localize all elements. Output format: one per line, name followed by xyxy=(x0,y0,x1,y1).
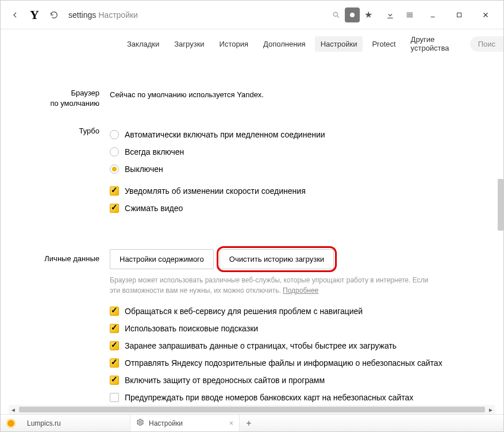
new-tab-button[interactable]: + xyxy=(240,415,258,431)
radio-label: Всегда включен xyxy=(125,147,184,156)
bookmark-star-icon[interactable]: ★ xyxy=(361,7,376,22)
nav-other-devices[interactable]: Другие устройства xyxy=(405,32,467,56)
check-label: Отправлять Яндексу подозрительные файлы … xyxy=(125,358,443,368)
radio-icon xyxy=(110,165,119,174)
section-turbo: Турбо Автоматически включать при медленн… xyxy=(1,117,498,225)
address-prefix: settings xyxy=(68,10,96,20)
section-label: по умолчанию xyxy=(1,98,99,109)
tab-title: Lumpics.ru xyxy=(27,419,124,427)
svg-point-0 xyxy=(333,12,337,16)
window-minimize-button[interactable] xyxy=(420,5,446,25)
turbo-check-compress-video[interactable]: Сжимать видео xyxy=(110,200,498,217)
radio-label: Выключен xyxy=(125,165,163,174)
personal-check-cards[interactable]: Предупреждать при вводе номеров банковск… xyxy=(110,389,498,404)
section-personal-data: Личные данные Настройки содержимого Очис… xyxy=(1,225,498,404)
checkbox-icon xyxy=(110,324,119,333)
checkbox-icon xyxy=(110,376,119,385)
browser-tab-lumpics[interactable]: Lumpics.ru xyxy=(21,415,130,431)
check-label: Уведомлять об изменении скорости соедине… xyxy=(125,186,306,196)
check-label: Предупреждать при вводе номеров банковск… xyxy=(125,393,413,402)
personal-check-prefetch[interactable]: Заранее запрашивать данные о страницах, … xyxy=(110,337,498,354)
vertical-scrollbar[interactable] xyxy=(498,58,503,404)
horizontal-scrollbar[interactable]: ◄ ► xyxy=(9,405,495,414)
window-close-button[interactable] xyxy=(472,5,499,25)
section-label: Браузер xyxy=(1,88,99,98)
svg-point-3 xyxy=(139,421,141,423)
personal-check-protect[interactable]: Включить защиту от вредоносных сайтов и … xyxy=(110,372,498,389)
nav-downloads[interactable]: Загрузки xyxy=(168,36,210,52)
gear-icon xyxy=(136,418,144,428)
nav-history[interactable]: История xyxy=(214,36,254,52)
section-default-browser: Браузер по умолчанию Сейчас по умолчанию… xyxy=(1,58,498,117)
personal-hint: Браузер может использовать различные веб… xyxy=(110,275,432,296)
hscroll-left-arrow-icon[interactable]: ◄ xyxy=(9,405,18,414)
window-maximize-button[interactable] xyxy=(446,5,472,25)
svg-rect-2 xyxy=(457,13,461,17)
back-button[interactable] xyxy=(5,5,25,25)
hscroll-thumb[interactable] xyxy=(19,407,485,412)
address-text: Настройки xyxy=(98,10,138,20)
nav-addons[interactable]: Дополнения xyxy=(257,36,311,52)
browser-tab-bar: Lumpics.ru Настройки × + xyxy=(1,414,503,431)
turbo-radio-off[interactable]: Выключен xyxy=(110,160,498,178)
vscroll-thumb[interactable] xyxy=(498,179,503,231)
downloads-button[interactable] xyxy=(380,5,400,25)
hint-text: Браузер может использовать различные веб… xyxy=(110,276,428,295)
radio-icon xyxy=(110,147,119,156)
check-label: Сжимать видео xyxy=(125,204,183,213)
check-label: Обращаться к веб-сервису для решения про… xyxy=(125,307,363,316)
check-label: Заранее запрашивать данные о страницах, … xyxy=(125,341,397,350)
settings-content: Браузер по умолчанию Сейчас по умолчанию… xyxy=(1,58,498,404)
tab-tray-button[interactable] xyxy=(1,415,21,431)
turbo-radio-always[interactable]: Всегда включен xyxy=(110,143,498,160)
menu-button[interactable] xyxy=(400,5,420,25)
check-label: Использовать поисковые подсказки xyxy=(125,324,258,333)
check-label: Включить защиту от вредоносных сайтов и … xyxy=(125,376,325,385)
section-label: Личные данные xyxy=(1,248,110,404)
checkbox-icon xyxy=(110,307,119,316)
section-label: Турбо xyxy=(1,125,110,217)
default-browser-text: Сейчас по умолчанию используется Yandex. xyxy=(110,88,498,101)
reload-button[interactable] xyxy=(44,5,64,25)
personal-check-report[interactable]: Отправлять Яндексу подозрительные файлы … xyxy=(110,354,498,372)
sun-icon xyxy=(6,419,16,428)
yandex-logo[interactable]: Y xyxy=(25,7,44,22)
radio-icon xyxy=(110,130,119,139)
browser-tab-settings[interactable]: Настройки × xyxy=(130,415,240,431)
search-icon[interactable] xyxy=(329,7,344,22)
turbo-radio-auto[interactable]: Автоматически включать при медленном сое… xyxy=(110,126,498,143)
checkbox-icon xyxy=(110,186,119,196)
hscroll-right-arrow-icon[interactable]: ► xyxy=(486,405,495,414)
clear-download-history-button[interactable]: Очистить историю загрузки xyxy=(220,249,334,269)
personal-check-suggest[interactable]: Использовать поисковые подсказки xyxy=(110,320,498,337)
checkbox-icon xyxy=(110,358,119,368)
nav-settings[interactable]: Настройки xyxy=(315,36,363,52)
settings-nav: Закладки Загрузки История Дополнения Нас… xyxy=(1,29,503,58)
checkbox-icon xyxy=(110,341,119,350)
svg-point-1 xyxy=(350,13,355,17)
tab-title: Настройки xyxy=(149,419,226,427)
radio-label: Автоматически включать при медленном сое… xyxy=(125,130,325,139)
titlebar: Y settings Настройки ★ xyxy=(1,1,503,29)
personal-check-nav[interactable]: Обращаться к веб-сервису для решения про… xyxy=(110,303,498,320)
checkbox-icon xyxy=(110,204,119,213)
nav-protect[interactable]: Protect xyxy=(366,36,401,52)
checkbox-icon xyxy=(110,393,119,402)
shield-badge-icon[interactable] xyxy=(345,7,360,22)
hint-more-link[interactable]: Подробнее xyxy=(283,286,318,295)
tab-close-icon[interactable]: × xyxy=(226,419,233,427)
settings-search-input[interactable]: Поис xyxy=(470,36,503,52)
address-bar[interactable]: settings Настройки ★ xyxy=(64,5,380,25)
turbo-check-notify[interactable]: Уведомлять об изменении скорости соедине… xyxy=(110,182,498,200)
content-settings-button[interactable]: Настройки содержимого xyxy=(110,249,214,269)
nav-bookmarks[interactable]: Закладки xyxy=(121,36,165,52)
